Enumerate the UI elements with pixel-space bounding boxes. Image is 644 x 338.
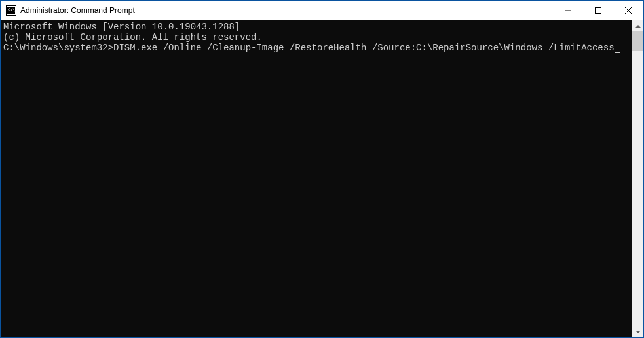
cmd-icon: C:\ [6, 5, 16, 16]
scroll-thumb[interactable] [632, 31, 643, 51]
terminal-line: (c) Microsoft Corporation. All rights re… [3, 32, 632, 43]
terminal-line: C:\Windows\system32>DISM.exe /Online /Cl… [3, 43, 632, 53]
terminal-area: Microsoft Windows [Version 10.0.19043.12… [1, 20, 643, 337]
maximize-button[interactable] [583, 1, 613, 20]
terminal-prompt-line: C:\Windows\system32>DISM.exe /Online /Cl… [3, 43, 615, 53]
terminal-line: Microsoft Windows [Version 10.0.19043.12… [3, 22, 632, 32]
terminal-output[interactable]: Microsoft Windows [Version 10.0.19043.12… [1, 20, 632, 337]
svg-text:C:\: C:\ [8, 7, 15, 12]
scroll-up-arrow[interactable] [632, 20, 643, 31]
close-button[interactable] [613, 1, 643, 20]
cursor [615, 52, 620, 53]
window-title: Administrator: Command Prompt [20, 6, 553, 15]
scroll-down-arrow[interactable] [632, 326, 643, 337]
svg-marker-8 [635, 25, 641, 28]
svg-rect-5 [596, 7, 601, 13]
command-prompt-window: C:\ Administrator: Command Prompt Micros… [0, 0, 644, 338]
titlebar[interactable]: C:\ Administrator: Command Prompt [1, 1, 643, 20]
minimize-button[interactable] [553, 1, 583, 20]
scroll-track[interactable] [632, 31, 643, 326]
svg-marker-9 [635, 331, 641, 333]
window-controls [553, 1, 643, 20]
vertical-scrollbar[interactable] [632, 20, 643, 337]
